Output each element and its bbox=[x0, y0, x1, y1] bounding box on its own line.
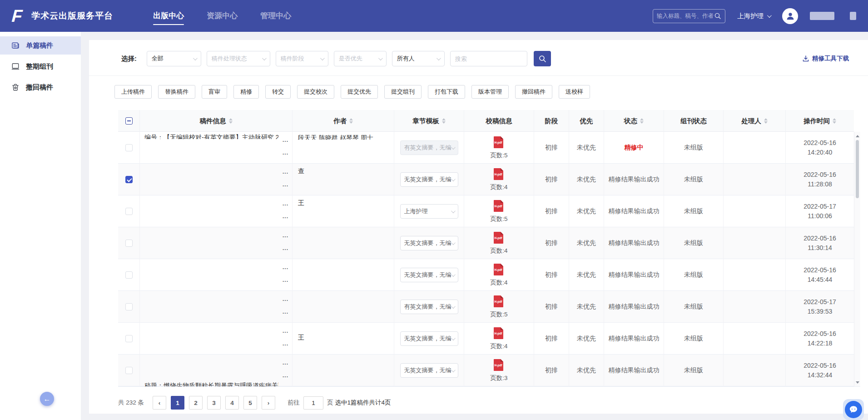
chevron-down-icon bbox=[451, 304, 455, 309]
manuscript-info-cell: ...... bbox=[140, 291, 293, 323]
column-header-4: 校稿信息 bbox=[464, 110, 534, 132]
sort-caret-icon[interactable] bbox=[349, 118, 353, 124]
pdf-file-icon[interactable]: H-pdf bbox=[493, 200, 504, 214]
row-checkbox[interactable] bbox=[125, 335, 133, 342]
template-cell: 无英文摘要，无编 bbox=[394, 323, 464, 355]
column-header-9[interactable]: 处理人 bbox=[724, 110, 786, 132]
page-button-4[interactable]: 4 bbox=[225, 396, 239, 410]
pdf-file-icon[interactable]: H-pdf bbox=[493, 295, 504, 309]
chapter-template-select[interactable]: 无英文摘要，无编 bbox=[400, 236, 458, 250]
action-button-4[interactable]: 精修 bbox=[233, 85, 259, 99]
global-search-input[interactable] bbox=[657, 13, 714, 19]
row-checkbox[interactable] bbox=[125, 144, 133, 151]
row-checkbox[interactable] bbox=[125, 367, 133, 374]
action-button-12[interactable]: 送校样 bbox=[559, 85, 590, 99]
row-checkbox[interactable] bbox=[125, 303, 133, 310]
page-button-1[interactable]: 1 bbox=[171, 396, 184, 410]
sidebar-item-2[interactable]: 整期组刊 bbox=[0, 57, 81, 75]
sort-caret-icon[interactable] bbox=[640, 118, 644, 124]
column-header-7[interactable]: 状态 bbox=[604, 110, 664, 132]
chapter-template-select[interactable]: 上海护理 bbox=[400, 204, 458, 219]
pdf-file-icon[interactable]: H-pdf bbox=[493, 168, 504, 182]
sidebar-item-3[interactable]: 撤回稿件 bbox=[0, 78, 81, 96]
page-button-3[interactable]: 3 bbox=[207, 396, 221, 410]
row-checkbox[interactable] bbox=[125, 271, 133, 279]
action-button-1[interactable]: 上传稿件 bbox=[114, 85, 152, 99]
pdf-file-icon[interactable]: H-pdf bbox=[493, 231, 504, 245]
refine-tool-download-link[interactable]: 精修工具下载 bbox=[802, 55, 855, 63]
action-button-10[interactable]: 版本管理 bbox=[471, 85, 509, 99]
action-button-7[interactable]: 提交优先 bbox=[341, 85, 378, 99]
next-page-button[interactable]: › bbox=[262, 396, 275, 410]
nav-item-1[interactable]: 出版中心 bbox=[153, 7, 184, 25]
page-button-5[interactable]: 5 bbox=[243, 396, 257, 410]
stage-cell: 初排 bbox=[534, 291, 569, 323]
sort-caret-icon[interactable] bbox=[229, 118, 233, 124]
column-header-3[interactable]: 章节模板 bbox=[394, 110, 464, 132]
goto-page-input[interactable] bbox=[303, 396, 323, 410]
filter-select-1[interactable]: 全部 bbox=[147, 51, 201, 66]
action-button-3[interactable]: 盲审 bbox=[202, 85, 227, 99]
scroll-down-arrow[interactable] bbox=[854, 379, 861, 385]
filter-select-4[interactable]: 是否优先 bbox=[334, 51, 387, 66]
pdf-file-icon[interactable]: H-pdf bbox=[493, 327, 504, 341]
action-button-8[interactable]: 提交组刊 bbox=[384, 85, 422, 99]
sidebar-item-1[interactable]: 单篇稿件 bbox=[0, 36, 81, 55]
sort-caret-icon[interactable] bbox=[442, 118, 446, 124]
action-button-9[interactable]: 打包下载 bbox=[428, 85, 465, 99]
filter-select-5[interactable]: 所有人 bbox=[392, 51, 445, 66]
search-button[interactable] bbox=[534, 51, 551, 66]
global-search-box bbox=[653, 9, 725, 23]
avatar[interactable] bbox=[782, 8, 798, 24]
stage-cell: 初排 bbox=[534, 259, 569, 291]
pdf-file-icon[interactable]: H-pdf bbox=[493, 359, 504, 373]
pdf-file-icon[interactable]: H-pdf bbox=[493, 136, 504, 150]
page-count: 页数:4 bbox=[490, 183, 507, 191]
handler-cell bbox=[724, 227, 786, 259]
pdf-file-icon[interactable]: H-pdf bbox=[493, 263, 504, 277]
column-header-2[interactable]: 作者 bbox=[293, 110, 394, 132]
row-checkbox[interactable] bbox=[125, 176, 133, 183]
status-text: 精修结果输出成功 bbox=[609, 207, 660, 215]
svg-text:H-pdf: H-pdf bbox=[495, 268, 503, 272]
action-button-11[interactable]: 撤回稿件 bbox=[515, 85, 552, 99]
collapse-back-button[interactable]: ← bbox=[40, 392, 54, 406]
trash-withdraw-icon bbox=[11, 83, 20, 92]
filter-select-3[interactable]: 稿件阶段 bbox=[276, 51, 328, 66]
stage-cell: 初排 bbox=[534, 227, 569, 259]
action-button-2[interactable]: 替换稿件 bbox=[158, 85, 195, 99]
proof-info-cell: H-pdf页数:3 bbox=[464, 355, 534, 386]
action-button-5[interactable]: 转交 bbox=[265, 85, 291, 99]
scroll-up-arrow[interactable] bbox=[854, 133, 861, 139]
sort-caret-icon[interactable] bbox=[764, 118, 768, 124]
chapter-template-select[interactable]: 无英文摘要，无编 bbox=[400, 268, 458, 282]
nav-item-3[interactable]: 管理中心 bbox=[260, 7, 291, 25]
sort-caret-icon[interactable] bbox=[833, 118, 836, 124]
keyword-search-input[interactable] bbox=[450, 51, 527, 66]
table-row-4: ......无英文摘要，无编H-pdf页数:4初排未优先精修结果输出成功未组版2… bbox=[118, 227, 854, 259]
column-header-10[interactable]: 操作时间 bbox=[786, 110, 854, 132]
template-value: 无英文摘要，无编 bbox=[404, 271, 451, 279]
row-checkbox[interactable] bbox=[125, 208, 133, 215]
org-switcher[interactable]: 上海护理 bbox=[737, 12, 770, 20]
select-all-checkbox[interactable] bbox=[125, 117, 133, 125]
filter-select-value: 稿件处理状态 bbox=[212, 55, 247, 63]
prev-page-button[interactable]: ‹ bbox=[153, 396, 166, 410]
chapter-template-select[interactable]: 有英文摘要，无编 bbox=[400, 300, 458, 314]
chapter-template-select[interactable]: 无英文摘要，无编 bbox=[400, 172, 458, 187]
nav-item-2[interactable]: 资源中心 bbox=[207, 7, 238, 25]
sidebar: 单篇稿件整期组刊撤回稿件 bbox=[0, 32, 81, 420]
chapter-template-select[interactable]: 无英文摘要，无编 bbox=[400, 331, 458, 346]
truncation-ellipsis: ... bbox=[283, 245, 288, 251]
action-button-6[interactable]: 提交校次 bbox=[297, 85, 334, 99]
row-checkbox[interactable] bbox=[125, 240, 133, 247]
chapter-template-select[interactable]: 无英文摘要，无编 bbox=[400, 363, 458, 378]
svg-text:H-pdf: H-pdf bbox=[495, 364, 503, 367]
app-root: F 学术云出版服务平台 出版中心资源中心管理中心 上海护理 bbox=[0, 0, 868, 420]
filter-select-2[interactable]: 稿件处理状态 bbox=[207, 51, 270, 66]
chat-support-button[interactable] bbox=[843, 399, 864, 420]
scrollbar-thumb[interactable] bbox=[856, 140, 859, 198]
page-button-2[interactable]: 2 bbox=[189, 396, 203, 410]
column-header-1[interactable]: 稿件信息 bbox=[140, 110, 293, 132]
search-icon[interactable] bbox=[714, 12, 721, 20]
